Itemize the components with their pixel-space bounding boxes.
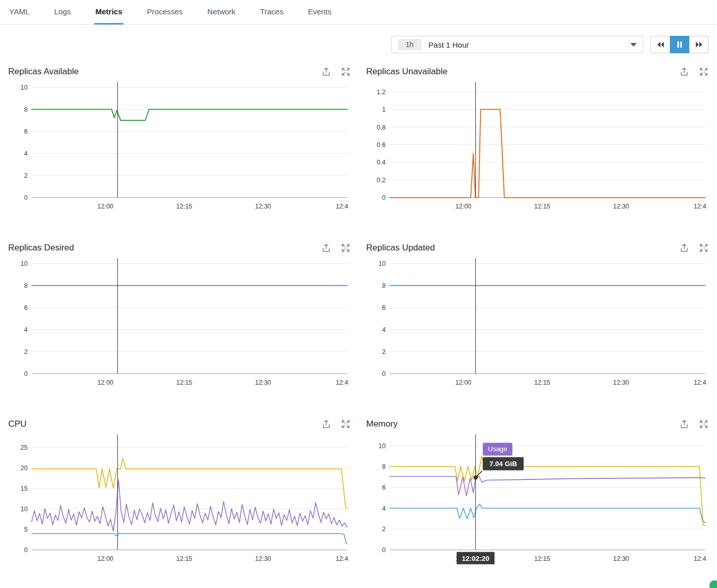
tab-metrics[interactable]: Metrics: [94, 0, 123, 25]
svg-text:4: 4: [24, 150, 28, 157]
svg-text:12:15: 12:15: [534, 555, 550, 562]
svg-text:12:00: 12:00: [97, 379, 113, 386]
svg-text:1: 1: [382, 106, 386, 113]
svg-text:2: 2: [24, 172, 28, 179]
chart-card: Replicas Updated024681012:0012:1512:3012…: [366, 243, 709, 392]
charts-grid: Replicas Available024681012:0012:1512:30…: [0, 53, 717, 588]
svg-text:12:30: 12:30: [613, 379, 629, 386]
svg-text:8: 8: [382, 282, 386, 289]
svg-text:12:30: 12:30: [255, 555, 271, 562]
svg-text:12:15: 12:15: [176, 203, 192, 210]
svg-text:5: 5: [24, 526, 28, 533]
svg-text:10: 10: [20, 260, 28, 267]
chart-card: Memory024681012:0012:1512:3012:4Usage7.0…: [366, 419, 709, 569]
svg-text:Usage: Usage: [488, 445, 508, 453]
svg-text:2: 2: [24, 348, 28, 355]
tab-network[interactable]: Network: [206, 0, 237, 25]
svg-text:8: 8: [382, 463, 386, 470]
expand-icon[interactable]: [699, 419, 709, 429]
svg-text:12:15: 12:15: [176, 555, 192, 562]
playback-controls: [650, 36, 709, 53]
svg-text:12:02:20: 12:02:20: [462, 555, 490, 562]
export-icon[interactable]: [679, 419, 689, 429]
time-range-dropdown[interactable]: 1h Past 1 Hour: [391, 36, 643, 53]
chart-title: Memory: [366, 419, 670, 429]
fast-forward-button[interactable]: [689, 36, 709, 53]
svg-text:12:4: 12:4: [336, 555, 348, 562]
chart-title: CPU: [8, 419, 312, 429]
svg-text:0: 0: [24, 194, 28, 201]
export-icon[interactable]: [321, 419, 331, 429]
svg-text:12:00: 12:00: [455, 203, 471, 210]
svg-text:20: 20: [20, 465, 28, 472]
svg-text:10: 10: [378, 260, 386, 267]
chart-plot: 051015202512:0012:1512:3012:4: [8, 431, 351, 565]
rewind-button[interactable]: [650, 36, 670, 53]
svg-text:12:15: 12:15: [534, 203, 550, 210]
svg-text:12:00: 12:00: [455, 379, 471, 386]
expand-icon[interactable]: [341, 67, 351, 77]
svg-text:12:30: 12:30: [255, 203, 271, 210]
svg-text:2: 2: [382, 526, 386, 533]
svg-text:0: 0: [24, 370, 28, 377]
chart-card: CPU051015202512:0012:1512:3012:4: [8, 419, 351, 569]
expand-icon[interactable]: [699, 243, 709, 253]
svg-text:25: 25: [20, 444, 28, 451]
pause-icon: [676, 41, 683, 48]
range-label: Past 1 Hour: [429, 40, 623, 49]
svg-text:10: 10: [378, 443, 386, 450]
expand-icon[interactable]: [341, 243, 351, 253]
svg-text:0: 0: [382, 547, 386, 554]
svg-text:0: 0: [382, 194, 386, 201]
chart-plot: 024681012:0012:1512:3012:4: [8, 79, 351, 213]
chart-title: Replicas Desired: [8, 243, 312, 253]
svg-text:8: 8: [24, 106, 28, 113]
svg-text:12:4: 12:4: [694, 555, 706, 562]
svg-text:6: 6: [24, 304, 28, 311]
svg-text:8: 8: [24, 282, 28, 289]
chart-plot: 024681012:0012:1512:3012:4: [8, 255, 351, 389]
export-icon[interactable]: [321, 243, 331, 253]
pause-button[interactable]: [670, 36, 689, 53]
time-controls: 1h Past 1 Hour: [8, 36, 709, 53]
chart-plot: 024681012:0012:1512:3012:4Usage7.04 GiB1…: [366, 431, 709, 565]
svg-text:10: 10: [20, 506, 28, 513]
chart-title: Replicas Available: [8, 67, 312, 77]
svg-text:10: 10: [20, 84, 28, 91]
range-badge: 1h: [398, 39, 421, 50]
svg-text:6: 6: [382, 484, 386, 491]
svg-text:12:30: 12:30: [255, 379, 271, 386]
tab-logs[interactable]: Logs: [53, 0, 72, 25]
svg-text:12:00: 12:00: [97, 555, 113, 562]
svg-text:7.04 GiB: 7.04 GiB: [490, 460, 517, 468]
expand-icon[interactable]: [341, 419, 351, 429]
tab-processes[interactable]: Processes: [146, 0, 184, 25]
expand-icon[interactable]: [699, 67, 709, 77]
export-icon[interactable]: [679, 67, 689, 77]
svg-text:12:30: 12:30: [613, 203, 629, 210]
svg-text:0: 0: [382, 370, 386, 377]
svg-text:0.4: 0.4: [377, 159, 386, 166]
svg-text:12:15: 12:15: [534, 379, 550, 386]
export-icon[interactable]: [679, 243, 689, 253]
svg-text:15: 15: [20, 485, 28, 492]
svg-text:6: 6: [382, 304, 386, 311]
svg-text:4: 4: [382, 326, 386, 333]
chart-card: Replicas Desired024681012:0012:1512:3012…: [8, 243, 351, 392]
tab-traces[interactable]: Traces: [259, 0, 284, 25]
svg-text:12:30: 12:30: [613, 555, 629, 562]
tab-events[interactable]: Events: [307, 0, 332, 25]
fast-forward-icon: [694, 41, 704, 48]
svg-text:12:4: 12:4: [694, 203, 706, 210]
tab-bar: YAMLLogsMetricsProcessesNetworkTracesEve…: [0, 0, 717, 25]
svg-text:12:15: 12:15: [176, 379, 192, 386]
svg-text:12:4: 12:4: [694, 379, 706, 386]
svg-text:0.6: 0.6: [377, 141, 386, 149]
export-icon[interactable]: [321, 67, 331, 77]
svg-text:1.2: 1.2: [377, 89, 386, 96]
svg-text:12:00: 12:00: [97, 203, 113, 210]
chevron-down-icon: [630, 43, 637, 47]
tab-yaml[interactable]: YAML: [8, 0, 31, 25]
chat-widget-icon[interactable]: [709, 580, 717, 588]
chart-card: Replicas Available024681012:0012:1512:30…: [8, 67, 351, 216]
